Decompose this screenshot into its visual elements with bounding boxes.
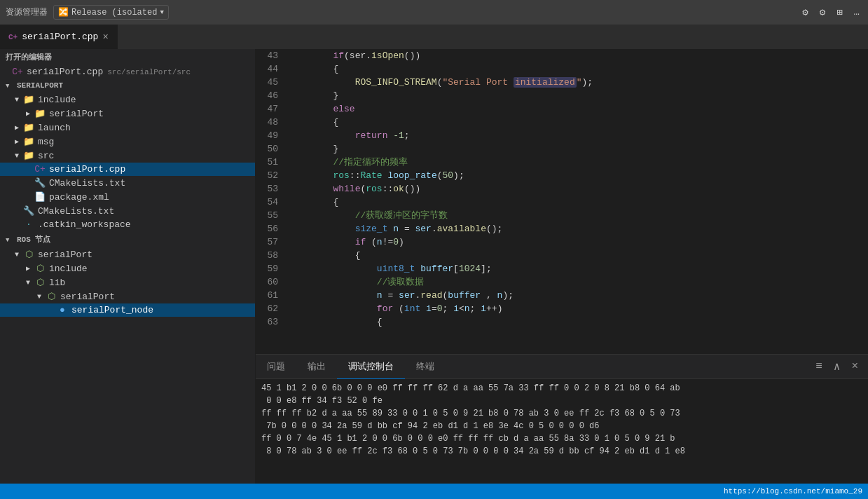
panel-collapse-icon[interactable]: ≡ (811, 359, 827, 374)
label-ros-lib: lib (49, 278, 65, 288)
preferences-icon[interactable]: ⚙ (817, 5, 828, 20)
ros-icon-lib: ⬡ (34, 277, 46, 288)
main-area: 打开的编辑器 C+ serialPort.cpp src/serialPort/… (0, 49, 868, 484)
folder-icon-serialport: 📁 (34, 108, 46, 119)
xml-icon: 📄 (34, 191, 46, 203)
arrow-serialport-folder: ▶ (22, 109, 34, 118)
label-cmakelists-1: CMakeLists.txt (49, 178, 125, 189)
ros-tree-serialport-node[interactable]: ● serialPort_node (0, 303, 255, 317)
code-line-47: else (289, 102, 868, 116)
tab-close-icon[interactable]: × (102, 32, 108, 43)
label-ros-include: include (49, 264, 88, 274)
bottom-panel: 问题 输出 调试控制台 终端 ≡ ∧ × 45 1 b1 2 0 0 6b (256, 354, 868, 484)
hex-line-2: 0 0 e8 ff 34 f3 52 0 fe (261, 395, 862, 407)
tree-item-serialport-folder[interactable]: ▶ 📁 serialPort (0, 107, 255, 121)
code-line-44: { (289, 62, 868, 76)
panel-tab-output[interactable]: 输出 (296, 355, 337, 379)
code-line-49: return -1; (289, 129, 868, 142)
cpp-file-icon: C+ (8, 33, 18, 41)
cpp-icon: C+ (11, 67, 24, 77)
label-include: include (38, 95, 76, 105)
cmake-icon-1: 🔧 (34, 177, 46, 189)
open-file-serialport[interactable]: C+ serialPort.cpp src/serialPort/src (0, 65, 255, 78)
ros-header: ▼ ROS 节点 (0, 231, 255, 247)
tab-bar: C+ serialPort.cpp × (0, 25, 868, 49)
tree-item-src[interactable]: ▼ 📁 src (0, 149, 255, 163)
code-line-51: //指定循环的频率 (289, 156, 868, 169)
code-area: 43 44 45 46 47 48 49 50 51 52 53 54 55 5… (256, 49, 868, 484)
ros-label: ROS 节点 (17, 235, 50, 244)
branch-selector[interactable]: 🔀 Release (isolated ▼ (53, 5, 169, 20)
tab-label: serialPort.cpp (22, 32, 98, 42)
panel-actions: ≡ ∧ × (811, 358, 868, 375)
ros-icon-serialport-lib: ⬡ (45, 291, 57, 302)
label-msg: msg (38, 137, 54, 147)
code-line-58: { (289, 249, 868, 262)
settings-icon[interactable]: ⚙ (799, 5, 811, 20)
arrow-ros-lib: ▼ (22, 279, 34, 287)
ros-tree-serialport-lib[interactable]: ▼ ⬡ serialPort (0, 289, 255, 303)
tree-item-catkin[interactable]: · .catkin_workspace (0, 218, 255, 231)
serialport-label: SERIALPORT (17, 81, 63, 90)
code-content: if(ser.isOpen()) { ROS_INFO_STREAM("Seri… (284, 49, 868, 354)
folder-icon-msg: 📁 (22, 136, 35, 147)
open-editors-label: 打开的编辑器 (6, 53, 52, 62)
tree-item-cmakelists-1[interactable]: 🔧 CMakeLists.txt (0, 176, 255, 190)
code-line-53: while(ros::ok()) (289, 182, 868, 196)
arrow-msg: ▶ (11, 137, 22, 146)
panel-up-icon[interactable]: ∧ (829, 358, 845, 375)
tree-item-launch[interactable]: ▶ 📁 launch (0, 121, 255, 135)
label-package-xml: package.xml (49, 192, 109, 203)
arrow-ros-serialport-lib: ▼ (34, 293, 45, 301)
tree-item-include[interactable]: ▼ 📁 include (0, 93, 255, 107)
panel-close-icon[interactable]: × (847, 359, 862, 374)
ros-tree-include[interactable]: ▶ ⬡ include (0, 261, 255, 275)
ros-icon-include: ⬡ (34, 263, 46, 274)
problems-label: 问题 (267, 360, 285, 373)
tree-item-cmakelists-2[interactable]: 🔧 CMakeLists.txt (0, 204, 255, 218)
panel-tab-terminal[interactable]: 终端 (405, 355, 446, 379)
open-file-name: serialPort.cpp (27, 67, 103, 77)
layout-icon[interactable]: ⊞ (834, 5, 845, 20)
folder-icon-launch: 📁 (22, 122, 35, 133)
tree-item-package-xml[interactable]: 📄 package.xml (0, 190, 255, 204)
panel-tab-debug-console[interactable]: 调试控制台 (337, 355, 405, 379)
code-line-55: //获取缓冲区的字节数 (289, 209, 868, 222)
tree-item-serialport-cpp[interactable]: C+ serialPort.cpp (0, 163, 255, 176)
code-line-45: ROS_INFO_STREAM("Serial Port initialized… (289, 76, 868, 89)
tree-item-msg[interactable]: ▶ 📁 msg (0, 135, 255, 149)
label-ros-serialport-lib: serialPort (60, 292, 115, 302)
panel-tab-problems[interactable]: 问题 (256, 355, 296, 379)
ros-tree-lib[interactable]: ▼ ⬡ lib (0, 275, 255, 289)
code-line-50: } (289, 142, 868, 156)
panel-content: 45 1 b1 2 0 0 6b 0 0 0 e0 ff ff ff 62 d … (256, 379, 868, 484)
branch-label: Release (isolated (71, 8, 157, 18)
arrow-ros-include: ▶ (22, 264, 34, 273)
line-numbers: 43 44 45 46 47 48 49 50 51 52 53 54 55 5… (256, 49, 284, 354)
label-catkin: .catkin_workspace (38, 219, 131, 230)
resource-manager-label: 资源管理器 (6, 6, 48, 18)
code-line-60: //读取数据 (289, 275, 868, 289)
cpp-file-icon-sidebar: C+ (34, 164, 46, 175)
debug-console-label: 调试控制台 (348, 360, 394, 373)
code-line-62: for (int i=0; i<n; i++) (289, 302, 868, 315)
more-icon[interactable]: … (851, 5, 862, 20)
cmake-icon-2: 🔧 (22, 205, 35, 217)
hex-line-6: 8 0 78 ab 3 0 ee ff 2c f3 68 0 5 0 73 7b… (261, 445, 862, 458)
tab-serialport-cpp[interactable]: C+ serialPort.cpp × (0, 25, 118, 49)
serialport-header: ▼ SERIALPORT (0, 78, 255, 93)
code-line-46: } (289, 89, 868, 102)
ros-tree-serialport-root[interactable]: ▼ ⬡ serialPort (0, 247, 255, 261)
code-line-57: if (n!=0) (289, 235, 868, 249)
ros-icon-root: ⬡ (22, 249, 35, 260)
label-serialport-cpp: serialPort.cpp (49, 164, 125, 175)
hex-line-4: 7b 0 0 0 0 34 2a 59 d bb cf 94 2 eb d1 d… (261, 420, 862, 432)
arrow-src: ▼ (11, 152, 22, 160)
label-ros-serialport-node: serialPort_node (71, 305, 153, 315)
arrow-launch: ▶ (11, 123, 22, 132)
code-line-63: { (289, 315, 868, 329)
code-line-54: { (289, 196, 868, 209)
top-bar: 资源管理器 🔀 Release (isolated ▼ ⚙ ⚙ ⊞ … (0, 0, 868, 25)
status-url: https://blog.csdn.net/miamo_29 (724, 487, 862, 495)
ros-arrow: ▼ (6, 237, 9, 244)
